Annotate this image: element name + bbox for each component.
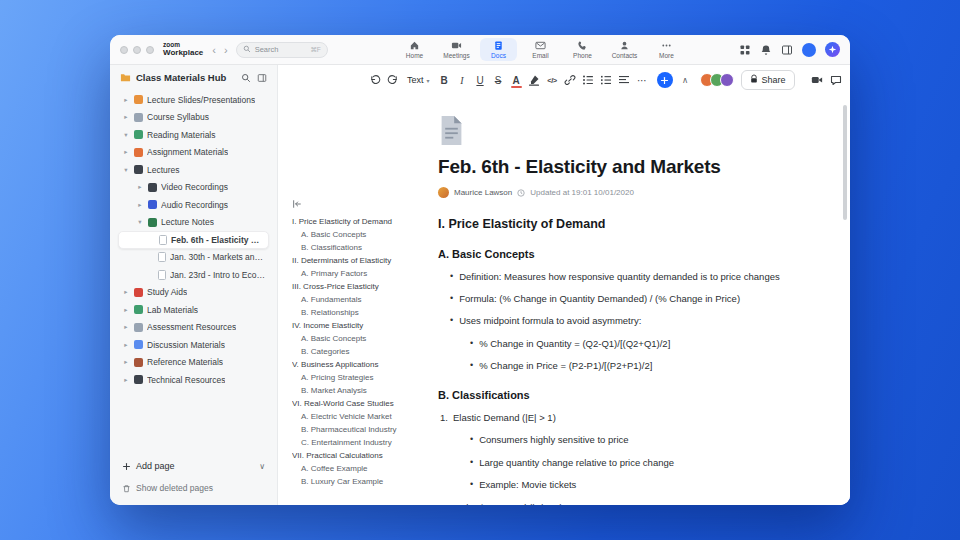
- chevron-right-icon[interactable]: ▸: [122, 376, 130, 384]
- outline-item[interactable]: B. Relationships: [292, 306, 436, 319]
- outline-item[interactable]: VII. Practical Calculations: [292, 449, 436, 462]
- chevron-down-icon[interactable]: ▾: [122, 131, 130, 139]
- chevron-right-icon[interactable]: ▸: [122, 148, 130, 156]
- sidebar-item[interactable]: Jan. 23rd - Intro to Econo...: [118, 266, 269, 284]
- align-icon[interactable]: [616, 70, 633, 90]
- scrollbar-thumb[interactable]: [843, 105, 847, 220]
- outline-item[interactable]: II. Determinants of Elasticity: [292, 254, 436, 267]
- undo-icon[interactable]: [366, 70, 383, 90]
- outline-item[interactable]: A. Primary Factors: [292, 267, 436, 280]
- tab-docs[interactable]: Docs: [480, 38, 517, 61]
- outline-item[interactable]: B. Luxury Car Example: [292, 475, 436, 488]
- chevron-right-icon[interactable]: ▸: [122, 288, 130, 296]
- sidebar-search-icon[interactable]: [241, 73, 251, 83]
- tab-meetings[interactable]: Meetings: [438, 38, 475, 61]
- outline-item[interactable]: A. Pricing Strategies: [292, 371, 436, 384]
- sidebar-item[interactable]: ▸Video Recordings: [118, 179, 269, 197]
- chevron-right-icon[interactable]: ▸: [122, 323, 130, 331]
- chevron-right-icon[interactable]: ▸: [122, 341, 130, 349]
- video-icon[interactable]: [809, 70, 826, 90]
- sidebar-item[interactable]: Jan. 30th - Markets and P...: [118, 249, 269, 267]
- outline-item[interactable]: B. Classifications: [292, 241, 436, 254]
- outline-item[interactable]: B. Market Analysis: [292, 384, 436, 397]
- outline-item[interactable]: A. Coffee Example: [292, 462, 436, 475]
- text-color-icon[interactable]: A: [508, 70, 525, 90]
- chevron-right-icon[interactable]: ▸: [122, 358, 130, 366]
- tab-email[interactable]: Email: [522, 38, 559, 61]
- show-deleted-pages-button[interactable]: Show deleted pages: [122, 480, 265, 496]
- chevron-right-icon[interactable]: ▸: [122, 113, 130, 121]
- chevron-right-icon[interactable]: ▸: [122, 306, 130, 314]
- sidebar-item[interactable]: ▸Audio Recordings: [118, 196, 269, 214]
- bold-icon[interactable]: B: [436, 70, 453, 90]
- panel-toggle-icon[interactable]: [781, 44, 793, 56]
- comment-icon[interactable]: [828, 70, 845, 90]
- chevron-down-icon[interactable]: ▾: [122, 166, 130, 174]
- add-page-button[interactable]: Add page ∨: [122, 457, 265, 475]
- redo-icon[interactable]: [384, 70, 401, 90]
- chevron-down-icon[interactable]: ▾: [136, 218, 144, 226]
- outline-item[interactable]: A. Fundamentals: [292, 293, 436, 306]
- sidebar-collapse-icon[interactable]: [257, 73, 267, 83]
- outline-item[interactable]: I. Price Elasticity of Demand: [292, 215, 436, 228]
- sidebar-item[interactable]: ▸Assessment Resources: [118, 319, 269, 337]
- doc-content[interactable]: Feb. 6th - Elasticity and Markets Mauric…: [438, 95, 812, 505]
- tab-phone[interactable]: Phone: [564, 38, 601, 61]
- link-icon[interactable]: [562, 70, 579, 90]
- outline-item[interactable]: B. Pharmaceutical Industry: [292, 423, 436, 436]
- bullet-list-icon[interactable]: [580, 70, 597, 90]
- back-button[interactable]: ‹: [212, 44, 216, 56]
- chevron-right-icon[interactable]: ▸: [136, 183, 144, 191]
- sidebar-item[interactable]: Feb. 6th - Elasticity and M...: [118, 231, 269, 249]
- ai-companion-button[interactable]: [825, 42, 840, 57]
- strikethrough-icon[interactable]: S: [490, 70, 507, 90]
- notifications-bell-icon[interactable]: [760, 44, 772, 56]
- chevron-right-icon[interactable]: ▸: [136, 201, 144, 209]
- sidebar-item[interactable]: ▸Study Aids: [118, 284, 269, 302]
- globe-icon[interactable]: [847, 70, 850, 90]
- sidebar-item[interactable]: ▸Assignment Materials: [118, 144, 269, 162]
- tab-contacts[interactable]: Contacts: [606, 38, 643, 61]
- apps-grid-icon[interactable]: [739, 44, 751, 56]
- sidebar-item[interactable]: ▾Reading Materials: [118, 126, 269, 144]
- sidebar-item[interactable]: ▸Technical Resources: [118, 371, 269, 389]
- sidebar-item[interactable]: ▸Lecture Slides/Presentations: [118, 91, 269, 109]
- sidebar-item[interactable]: ▸Discussion Materials: [118, 336, 269, 354]
- collaborator-avatar[interactable]: [720, 73, 734, 87]
- share-button[interactable]: Share: [741, 70, 795, 90]
- highlighter-icon[interactable]: [526, 70, 543, 90]
- user-avatar[interactable]: [802, 43, 816, 57]
- outline-item[interactable]: A. Basic Concepts: [292, 228, 436, 241]
- insert-button[interactable]: [657, 72, 673, 88]
- sidebar-item[interactable]: ▸Lab Materials: [118, 301, 269, 319]
- outline-item[interactable]: III. Cross-Price Elasticity: [292, 280, 436, 293]
- forward-button[interactable]: ›: [224, 44, 228, 56]
- underline-icon[interactable]: U: [472, 70, 489, 90]
- text-style-dropdown[interactable]: Text▾: [402, 70, 435, 90]
- outline-item[interactable]: IV. Income Elasticity: [292, 319, 436, 332]
- chevron-right-icon[interactable]: ▸: [122, 96, 130, 104]
- tab-more[interactable]: More: [648, 38, 685, 61]
- collapse-toolbar-icon[interactable]: ∧: [677, 70, 694, 90]
- global-search-input[interactable]: Search ⌘F: [236, 42, 328, 58]
- outline-item[interactable]: VI. Real-World Case Studies: [292, 397, 436, 410]
- more-format-icon[interactable]: ⋯: [634, 70, 651, 90]
- doc-title[interactable]: Feb. 6th - Elasticity and Markets: [438, 156, 812, 178]
- sidebar-item[interactable]: ▸Course Syllabus: [118, 109, 269, 127]
- italic-icon[interactable]: I: [454, 70, 471, 90]
- chevron-down-icon[interactable]: ∨: [259, 462, 265, 471]
- outline-item[interactable]: C. Entertainment Industry: [292, 436, 436, 449]
- sidebar-item[interactable]: ▸Reference Materials: [118, 354, 269, 372]
- tab-home[interactable]: Home: [396, 38, 433, 61]
- outline-item[interactable]: A. Basic Concepts: [292, 332, 436, 345]
- numbered-list-icon[interactable]: [598, 70, 615, 90]
- sidebar-item[interactable]: ▾Lecture Notes: [118, 214, 269, 232]
- outline-item[interactable]: V. Business Applications: [292, 358, 436, 371]
- window-zoom-button[interactable]: [146, 46, 154, 54]
- outline-item[interactable]: A. Electric Vehicle Market: [292, 410, 436, 423]
- sidebar-item[interactable]: ▾Lectures: [118, 161, 269, 179]
- code-icon[interactable]: </>: [544, 70, 561, 90]
- window-minimize-button[interactable]: [133, 46, 141, 54]
- outline-collapse-icon[interactable]: [292, 199, 436, 209]
- outline-item[interactable]: B. Categories: [292, 345, 436, 358]
